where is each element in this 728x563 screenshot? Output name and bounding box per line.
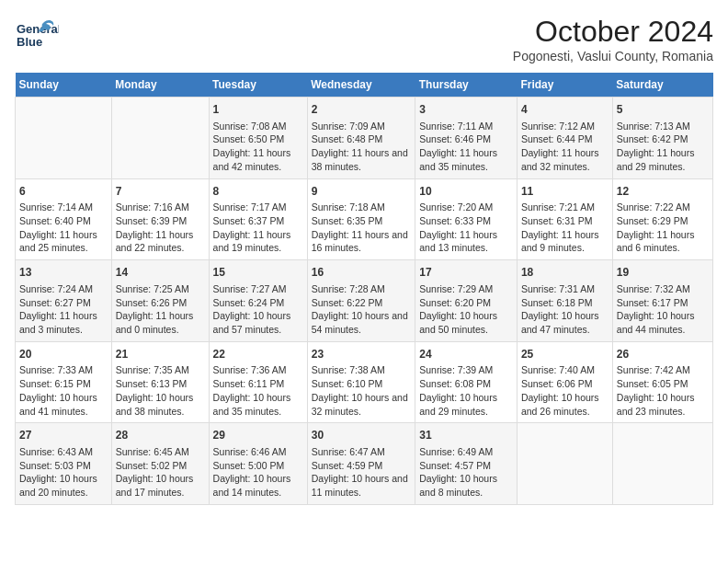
calendar-cell: 1Sunrise: 7:08 AM Sunset: 6:50 PM Daylig… <box>209 98 307 179</box>
day-number: 19 <box>617 265 709 281</box>
day-info: Sunrise: 7:36 AM Sunset: 6:11 PM Dayligh… <box>213 363 303 418</box>
calendar-cell: 21Sunrise: 7:35 AM Sunset: 6:13 PM Dayli… <box>111 341 209 423</box>
calendar-cell: 5Sunrise: 7:13 AM Sunset: 6:42 PM Daylig… <box>612 98 712 179</box>
calendar-cell: 30Sunrise: 6:47 AM Sunset: 4:59 PM Dayli… <box>307 423 415 505</box>
day-info: Sunrise: 7:24 AM Sunset: 6:27 PM Dayligh… <box>19 282 108 337</box>
calendar-cell: 18Sunrise: 7:31 AM Sunset: 6:18 PM Dayli… <box>517 260 612 342</box>
day-info: Sunrise: 7:21 AM Sunset: 6:31 PM Dayligh… <box>521 201 609 255</box>
day-info: Sunrise: 7:28 AM Sunset: 6:22 PM Dayligh… <box>312 282 412 337</box>
column-header-tuesday: Tuesday <box>209 73 307 98</box>
calendar-header: SundayMondayTuesdayWednesdayThursdayFrid… <box>16 73 713 98</box>
day-number: 25 <box>521 347 609 362</box>
day-number: 22 <box>213 347 303 362</box>
day-number: 15 <box>213 265 303 281</box>
page-header: General Blue October 2024 Pogonesti, Vas… <box>15 15 713 63</box>
day-number: 12 <box>617 184 709 200</box>
day-number: 9 <box>312 184 412 200</box>
calendar-cell: 7Sunrise: 7:16 AM Sunset: 6:39 PM Daylig… <box>111 178 209 260</box>
day-number: 31 <box>419 428 513 443</box>
day-info: Sunrise: 7:35 AM Sunset: 6:13 PM Dayligh… <box>116 363 205 418</box>
calendar-cell: 12Sunrise: 7:22 AM Sunset: 6:29 PM Dayli… <box>612 178 712 260</box>
day-number: 3 <box>419 102 513 118</box>
svg-text:Blue: Blue <box>17 35 42 49</box>
day-info: Sunrise: 7:27 AM Sunset: 6:24 PM Dayligh… <box>213 282 303 337</box>
day-info: Sunrise: 7:38 AM Sunset: 6:10 PM Dayligh… <box>312 363 412 418</box>
calendar-cell <box>111 98 209 179</box>
day-info: Sunrise: 6:43 AM Sunset: 5:03 PM Dayligh… <box>19 445 108 500</box>
day-info: Sunrise: 6:46 AM Sunset: 5:00 PM Dayligh… <box>213 445 303 500</box>
day-number: 16 <box>312 265 412 281</box>
day-info: Sunrise: 7:39 AM Sunset: 6:08 PM Dayligh… <box>419 363 513 418</box>
day-info: Sunrise: 7:20 AM Sunset: 6:33 PM Dayligh… <box>419 201 513 255</box>
day-info: Sunrise: 7:09 AM Sunset: 6:48 PM Dayligh… <box>312 120 412 174</box>
page-title: October 2024 <box>513 15 713 49</box>
day-info: Sunrise: 7:31 AM Sunset: 6:18 PM Dayligh… <box>521 282 609 337</box>
week-row-4: 20Sunrise: 7:33 AM Sunset: 6:15 PM Dayli… <box>16 341 713 423</box>
calendar-cell: 28Sunrise: 6:45 AM Sunset: 5:02 PM Dayli… <box>111 423 209 505</box>
day-number: 18 <box>521 265 609 281</box>
column-header-wednesday: Wednesday <box>307 73 415 98</box>
calendar-cell: 6Sunrise: 7:14 AM Sunset: 6:40 PM Daylig… <box>16 178 112 260</box>
column-header-friday: Friday <box>517 73 612 98</box>
day-info: Sunrise: 7:18 AM Sunset: 6:35 PM Dayligh… <box>312 201 412 255</box>
day-info: Sunrise: 7:42 AM Sunset: 6:05 PM Dayligh… <box>617 363 709 418</box>
day-number: 10 <box>419 184 513 200</box>
calendar-cell: 20Sunrise: 7:33 AM Sunset: 6:15 PM Dayli… <box>16 341 112 423</box>
day-number: 2 <box>312 102 412 118</box>
day-number: 5 <box>617 102 709 118</box>
calendar-cell: 2Sunrise: 7:09 AM Sunset: 6:48 PM Daylig… <box>307 98 415 179</box>
header-row: SundayMondayTuesdayWednesdayThursdayFrid… <box>16 73 713 98</box>
day-number: 7 <box>116 184 205 200</box>
calendar-cell: 31Sunrise: 6:49 AM Sunset: 4:57 PM Dayli… <box>415 423 518 505</box>
calendar-cell: 17Sunrise: 7:29 AM Sunset: 6:20 PM Dayli… <box>415 260 518 342</box>
day-number: 6 <box>19 184 108 200</box>
day-info: Sunrise: 7:29 AM Sunset: 6:20 PM Dayligh… <box>419 282 513 337</box>
day-number: 11 <box>521 184 609 200</box>
day-info: Sunrise: 7:25 AM Sunset: 6:26 PM Dayligh… <box>116 282 205 337</box>
calendar-table: SundayMondayTuesdayWednesdayThursdayFrid… <box>15 73 713 505</box>
day-info: Sunrise: 6:47 AM Sunset: 4:59 PM Dayligh… <box>312 445 412 500</box>
calendar-cell: 25Sunrise: 7:40 AM Sunset: 6:06 PM Dayli… <box>517 341 612 423</box>
column-header-saturday: Saturday <box>612 73 712 98</box>
day-number: 29 <box>213 428 303 443</box>
day-number: 23 <box>312 347 412 362</box>
day-info: Sunrise: 7:40 AM Sunset: 6:06 PM Dayligh… <box>521 363 609 418</box>
calendar-cell: 29Sunrise: 6:46 AM Sunset: 5:00 PM Dayli… <box>209 423 307 505</box>
day-number: 26 <box>617 347 709 362</box>
day-number: 28 <box>116 428 205 443</box>
calendar-cell: 23Sunrise: 7:38 AM Sunset: 6:10 PM Dayli… <box>307 341 415 423</box>
calendar-cell: 4Sunrise: 7:12 AM Sunset: 6:44 PM Daylig… <box>517 98 612 179</box>
day-info: Sunrise: 7:32 AM Sunset: 6:17 PM Dayligh… <box>617 282 709 337</box>
week-row-3: 13Sunrise: 7:24 AM Sunset: 6:27 PM Dayli… <box>16 260 713 342</box>
day-info: Sunrise: 6:45 AM Sunset: 5:02 PM Dayligh… <box>116 445 205 500</box>
day-number: 30 <box>312 428 412 443</box>
day-number: 17 <box>419 265 513 281</box>
day-info: Sunrise: 7:12 AM Sunset: 6:44 PM Dayligh… <box>521 120 609 174</box>
day-number: 20 <box>19 347 108 362</box>
day-number: 1 <box>213 102 303 118</box>
day-number: 21 <box>116 347 205 362</box>
day-number: 4 <box>521 102 609 118</box>
page-subtitle: Pogonesti, Vaslui County, Romania <box>513 49 713 63</box>
calendar-cell: 14Sunrise: 7:25 AM Sunset: 6:26 PM Dayli… <box>111 260 209 342</box>
day-info: Sunrise: 7:11 AM Sunset: 6:46 PM Dayligh… <box>419 120 513 174</box>
calendar-cell: 9Sunrise: 7:18 AM Sunset: 6:35 PM Daylig… <box>307 178 415 260</box>
calendar-cell: 15Sunrise: 7:27 AM Sunset: 6:24 PM Dayli… <box>209 260 307 342</box>
column-header-sunday: Sunday <box>16 73 112 98</box>
calendar-cell <box>517 423 612 505</box>
calendar-cell <box>16 98 112 179</box>
day-number: 27 <box>19 428 108 443</box>
week-row-2: 6Sunrise: 7:14 AM Sunset: 6:40 PM Daylig… <box>16 178 713 260</box>
column-header-thursday: Thursday <box>415 73 518 98</box>
calendar-cell: 11Sunrise: 7:21 AM Sunset: 6:31 PM Dayli… <box>517 178 612 260</box>
week-row-1: 1Sunrise: 7:08 AM Sunset: 6:50 PM Daylig… <box>16 98 713 179</box>
title-block: October 2024 Pogonesti, Vaslui County, R… <box>513 15 713 63</box>
calendar-cell: 13Sunrise: 7:24 AM Sunset: 6:27 PM Dayli… <box>16 260 112 342</box>
day-number: 8 <box>213 184 303 200</box>
day-number: 24 <box>419 347 513 362</box>
logo: General Blue <box>15 15 59 63</box>
column-header-monday: Monday <box>111 73 209 98</box>
week-row-5: 27Sunrise: 6:43 AM Sunset: 5:03 PM Dayli… <box>16 423 713 505</box>
day-info: Sunrise: 7:17 AM Sunset: 6:37 PM Dayligh… <box>213 201 303 255</box>
day-info: Sunrise: 7:16 AM Sunset: 6:39 PM Dayligh… <box>116 201 205 255</box>
